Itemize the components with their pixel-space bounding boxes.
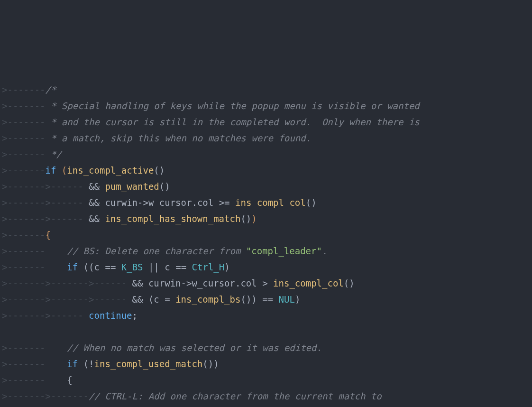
paren: ) [246,213,251,224]
paren: ) [251,294,257,305]
whitespace: >------- [2,342,46,353]
whitespace: >------- [2,246,46,256]
whitespace: >------- [2,197,46,208]
paren: ) [213,359,219,369]
op-and: && [89,213,100,224]
op-eq: == [262,294,273,305]
whitespace: >------- [46,294,89,305]
comment: * a match, skip this when no matches wer… [46,133,312,143]
arrow: -> [181,278,192,288]
whitespace: >------- [2,375,46,385]
ident: curwin [148,278,181,288]
whitespace: >------- [2,262,46,272]
whitespace: >------- [46,278,89,288]
paren: ) [246,294,251,305]
whitespace: >------ [89,278,127,288]
ident: c [154,294,159,305]
paren: ( [159,181,165,192]
whitespace: >------- [2,294,46,305]
paren: ) [311,197,316,208]
code-editor[interactable]: >-------/* >------- * Special handling o… [0,81,532,407]
semicolon: ; [132,310,138,321]
whitespace: >------- [46,391,89,401]
keyword-if: if [46,165,56,176]
ident: curwin [105,197,138,208]
whitespace: >------ [46,213,83,224]
paren: ) [295,294,300,305]
whitespace: >------ [46,310,83,321]
op-ge: >= [219,197,230,208]
paren: ) [251,213,257,224]
dot: . [235,278,240,288]
paren: ( [240,294,246,305]
paren: ) [224,262,229,272]
whitespace: >------- [2,230,46,240]
comment: * Special handling of keys while the pop… [46,101,420,111]
whitespace: >------- [2,101,46,111]
op-and: && [89,197,100,208]
func: ins_compl_bs [175,294,240,305]
whitespace: >------- [2,213,46,224]
paren: ( [62,165,67,176]
ident: w_cursor [148,197,192,208]
arrow: -> [138,197,148,208]
keyword-continue: continue [89,310,132,321]
comment: // When no match was selected or it was … [67,342,322,353]
op-and: && [132,278,143,288]
paren: ) [165,181,170,192]
func: ins_compl_col [273,278,344,288]
paren: ) [159,165,165,176]
paren: ( [240,213,246,224]
whitespace: >------- [2,278,46,288]
const: K_BS [121,262,143,272]
op-eq: == [175,262,186,272]
dot: . [192,197,197,208]
const: Ctrl_H [192,262,225,272]
paren: ) [208,359,213,369]
comment: */ [46,149,62,159]
whitespace: >------ [89,294,127,305]
paren: ( [148,294,154,305]
paren: ( [202,359,208,369]
ident: col [240,278,257,288]
whitespace: >------- [2,117,46,127]
whitespace: >------- [2,149,46,159]
whitespace: >------- [2,310,46,321]
op-or: || [148,262,159,272]
comment: /* [46,84,56,95]
whitespace: >------ [46,181,83,192]
paren: ( [83,262,89,272]
paren: ( [306,197,311,208]
paren: ) [349,278,354,288]
paren: ( [89,262,94,272]
brace: { [46,230,51,240]
op-gt: > [262,278,267,288]
whitespace: >------- [2,181,46,192]
op-not: ! [89,359,94,369]
paren: ( [344,278,349,288]
func: ins_compl_active [67,165,154,176]
whitespace: >------- [2,84,46,95]
func: ins_compl_used_match [94,359,203,369]
ident: col [197,197,213,208]
keyword-if: if [67,359,78,369]
whitespace: >------- [2,165,46,176]
func: pum_wanted [105,181,159,192]
op-eq: == [105,262,116,272]
comment: . [322,246,327,256]
ident: c [165,262,170,272]
ident: c [94,262,100,272]
whitespace: >------- [2,133,46,143]
op-and: && [132,294,143,305]
whitespace: >------- [2,391,46,401]
comment: // CTRL-L: Add one character from the cu… [89,391,382,401]
comment: // BS: Delete one character from [67,246,246,256]
keyword-if: if [67,262,78,272]
paren: ( [83,359,89,369]
whitespace: >------ [46,197,83,208]
op-assign: = [165,294,170,305]
brace: { [67,375,72,385]
comment-string: "compl_leader" [246,246,322,256]
whitespace: >------- [2,359,46,369]
op-and: && [89,181,100,192]
